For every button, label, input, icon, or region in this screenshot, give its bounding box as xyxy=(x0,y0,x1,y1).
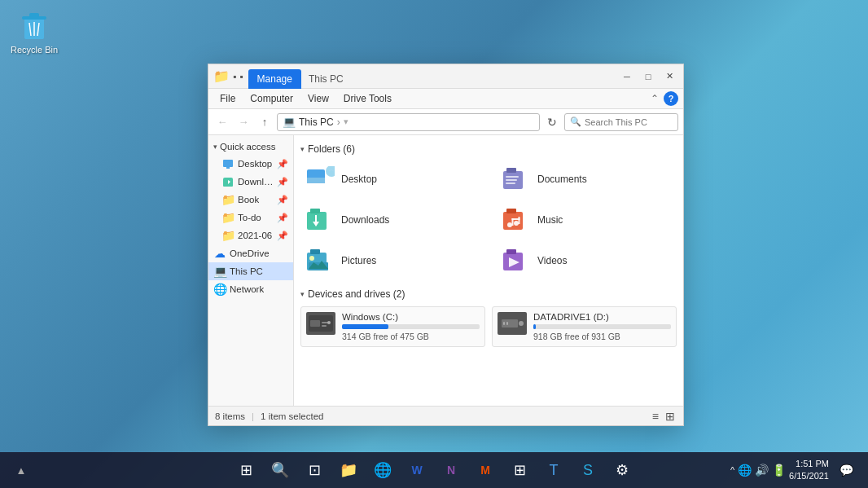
search-box[interactable]: 🔍 xyxy=(564,113,678,131)
ribbon-tab-file[interactable]: File xyxy=(213,90,242,107)
drive-c[interactable]: Windows (C:) 314 GB free of 475 GB xyxy=(300,306,485,347)
taskbar-word-button[interactable]: W xyxy=(402,455,432,485)
help-button[interactable]: ? xyxy=(664,91,678,106)
back-button[interactable]: ← xyxy=(213,113,231,131)
downloads-folder-icon xyxy=(221,175,235,188)
minimize-button[interactable]: ─ xyxy=(616,66,638,87)
taskbar-onenote-button[interactable]: N xyxy=(436,455,466,485)
folder-videos[interactable]: Videos xyxy=(497,243,677,279)
maximize-button[interactable]: □ xyxy=(638,66,659,87)
ribbon-tab-computer[interactable]: Computer xyxy=(243,90,300,107)
tray-network-icon: 🌐 xyxy=(738,464,752,477)
svg-rect-10 xyxy=(506,168,516,173)
ribbon-tab-view[interactable]: View xyxy=(301,90,335,107)
address-path[interactable]: 💻 This PC › ▾ xyxy=(277,113,540,131)
taskbar-skype-button[interactable]: S xyxy=(573,455,603,485)
path-chevron: › xyxy=(337,117,340,128)
folders-collapse-icon[interactable]: ▾ xyxy=(300,145,305,153)
refresh-button[interactable]: ↻ xyxy=(543,113,561,131)
taskbar-left: ▲ xyxy=(7,455,36,485)
drive-d-icon xyxy=(498,312,527,335)
drive-c-free: 314 GB free of 475 GB xyxy=(342,332,480,341)
drive-d[interactable]: DATADRIVE1 (D:) 918 GB free of 931 GB xyxy=(492,306,677,347)
sidebar-item-onedrive[interactable]: ☁ OneDrive xyxy=(208,244,293,262)
sidebar-item-todo[interactable]: 📁 To-do 📌 xyxy=(208,209,293,226)
folder-documents[interactable]: Documents xyxy=(497,161,677,197)
folder-documents-name: Documents xyxy=(537,174,587,185)
svg-point-37 xyxy=(327,321,331,324)
clock-time: 1:51 PM xyxy=(789,458,829,470)
path-dropdown[interactable]: ▾ xyxy=(344,117,349,127)
up-button[interactable]: ↑ xyxy=(256,113,274,131)
quick-access-expand-icon: ▾ xyxy=(213,143,217,151)
tray-chevron[interactable]: ^ xyxy=(730,465,734,475)
notification-button[interactable]: 💬 xyxy=(832,455,861,485)
sidebar-item-network[interactable]: 🌐 Network xyxy=(208,280,293,298)
path-label: This PC xyxy=(299,117,334,128)
taskbar-clock[interactable]: 1:51 PM 6/15/2021 xyxy=(789,458,829,483)
view-grid-button[interactable]: ⊞ xyxy=(664,409,677,424)
drive-c-bar xyxy=(342,324,388,329)
documents-icon xyxy=(502,165,531,194)
sidebar-item-book[interactable]: 📁 Book 📌 xyxy=(208,191,293,209)
taskbar-start-button[interactable]: ⊞ xyxy=(231,455,261,485)
recycle-bin[interactable]: Recycle Bin xyxy=(10,10,59,55)
folder-pictures[interactable]: Pictures xyxy=(300,243,480,279)
desktop-icon xyxy=(305,165,335,194)
svg-rect-34 xyxy=(310,320,320,327)
ribbon-collapse-icon[interactable]: ⌃ xyxy=(651,93,659,104)
taskbar-search-button[interactable]: 🔍 xyxy=(265,455,295,485)
network-icon: 🌐 xyxy=(213,283,226,296)
path-computer-icon: 💻 xyxy=(283,116,296,128)
tab-thispc[interactable]: This PC xyxy=(301,69,351,89)
sidebar-item-onedrive-label: OneDrive xyxy=(230,248,270,258)
drive-c-name: Windows (C:) xyxy=(342,312,480,322)
taskbar-show-desktop[interactable]: ▲ xyxy=(7,455,36,485)
thispc-icon: 💻 xyxy=(213,265,226,278)
folder-music[interactable]: Music xyxy=(497,202,677,238)
sidebar-item-2021-label: 2021-06 xyxy=(238,231,272,240)
view-icons: ≡ ⊞ xyxy=(651,409,677,424)
quick-access-header[interactable]: ▾ Quick access xyxy=(208,138,293,155)
desktop-folder-icon xyxy=(221,157,235,170)
pin-icon-4: 📌 xyxy=(277,213,288,223)
pin-icon-2: 📌 xyxy=(277,177,288,187)
tab-manage[interactable]: Manage xyxy=(248,69,301,89)
videos-icon xyxy=(502,246,531,275)
sidebar-item-thispc[interactable]: 💻 This PC xyxy=(208,262,293,280)
search-input[interactable] xyxy=(585,117,673,127)
folder-desktop[interactable]: Desktop xyxy=(300,161,480,197)
taskbar-taskview-button[interactable]: ⊡ xyxy=(300,455,329,485)
taskbar-app1-button[interactable]: ⊞ xyxy=(505,455,534,485)
recycle-bin-label: Recycle Bin xyxy=(11,45,58,55)
svg-rect-24 xyxy=(512,218,520,220)
ribbon-tab-drive-tools[interactable]: Drive Tools xyxy=(337,90,398,107)
folders-section-label: Folders (6) xyxy=(308,143,355,155)
ribbon: File Computer View Drive Tools ⌃ ? xyxy=(208,89,683,109)
taskbar-app2-button[interactable]: T xyxy=(539,455,568,485)
sidebar-item-downloads[interactable]: Downloads 📌 xyxy=(208,173,293,191)
folder-downloads[interactable]: Downloads xyxy=(300,202,480,238)
sidebar-item-book-label: Book xyxy=(238,195,259,204)
svg-rect-12 xyxy=(506,179,517,181)
title-bar: 📁 ▪ ▪ Manage This PC ─ □ ✕ xyxy=(208,64,683,89)
taskbar-explorer-button[interactable]: 📁 xyxy=(334,455,363,485)
taskbar-center: ⊞ 🔍 ⊡ 📁 🌐 W N M ⊞ T S ⚙ xyxy=(231,455,637,485)
sidebar-item-2021[interactable]: 📁 2021-06 📌 xyxy=(208,226,293,244)
sidebar-item-network-label: Network xyxy=(230,284,264,294)
desktop: Recycle Bin 📁 ▪ ▪ Manage This PC ─ □ ✕ F… xyxy=(0,0,868,488)
forward-button[interactable]: → xyxy=(235,113,252,131)
svg-point-20 xyxy=(507,222,512,227)
taskbar-edge-button[interactable]: 🌐 xyxy=(368,455,397,485)
close-button[interactable]: ✕ xyxy=(659,66,680,87)
window-controls: ─ □ ✕ xyxy=(613,64,683,88)
taskbar-ms-button[interactable]: M xyxy=(471,455,500,485)
sidebar-item-desktop[interactable]: Desktop 📌 xyxy=(208,155,293,173)
folder-downloads-name: Downloads xyxy=(341,214,389,226)
devices-collapse-icon[interactable]: ▾ xyxy=(300,290,305,298)
view-list-button[interactable]: ≡ xyxy=(651,409,660,424)
pictures-icon xyxy=(305,246,335,275)
svg-rect-42 xyxy=(506,322,508,325)
taskbar-settings-button[interactable]: ⚙ xyxy=(607,455,637,485)
svg-rect-2 xyxy=(29,13,39,17)
